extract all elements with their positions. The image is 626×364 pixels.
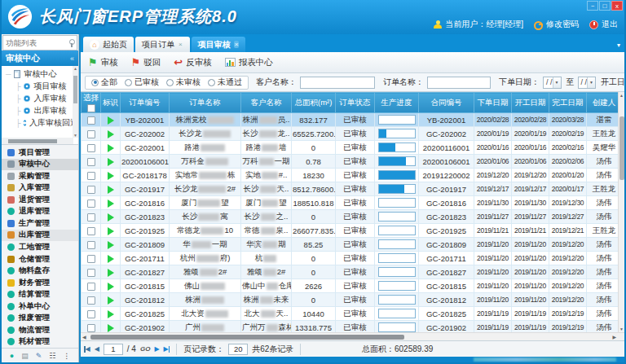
scrollbar-thumb[interactable] (73, 76, 77, 103)
row-checkbox[interactable] (87, 144, 95, 152)
scroll-left-icon[interactable]: ◀ (82, 334, 86, 340)
tab-close-icon[interactable]: × (234, 41, 240, 48)
scroll-up-icon[interactable]: ▲ (73, 66, 78, 71)
table-row[interactable]: GC-201812株洲株洲未来0已审核GC-2018122019/11/2020… (82, 293, 622, 307)
status-radio[interactable]: 全部 (91, 77, 117, 88)
maximize-button[interactable]: □ (599, 1, 611, 11)
status-radio[interactable]: 未通过 (208, 77, 242, 88)
last-page-button[interactable]: ▶ (164, 345, 170, 353)
page-number-input[interactable] (104, 344, 123, 355)
order-name-input[interactable] (427, 77, 491, 89)
row-checkbox[interactable] (87, 241, 95, 249)
row-checkbox[interactable] (87, 200, 95, 208)
sidebar-module[interactable]: 物流管理 (2, 324, 78, 336)
order-date-end-input[interactable]: / / ▼ (578, 77, 597, 89)
sidebar-module[interactable]: 补单中心 (2, 300, 78, 313)
scrollbar-thumb[interactable] (90, 335, 404, 340)
row-checkbox[interactable] (87, 130, 95, 138)
close-button[interactable]: x (611, 1, 623, 11)
table-row[interactable]: GC-202002长沙龙长沙龙..65525.7200..已审核GC-20200… (82, 127, 622, 141)
tree-vertical-scrollbar[interactable]: ▲ ▼ (73, 66, 78, 138)
table-row[interactable]: GC-201711杭州府)杭0已审核GC-2017112019/11/20201… (82, 252, 622, 265)
row-checkbox[interactable] (87, 186, 95, 194)
scroll-up-icon[interactable]: ▲ (619, 93, 624, 98)
chevron-down-icon[interactable]: ▼ (553, 77, 561, 88)
row-checkbox[interactable] (87, 116, 95, 125)
order-date-input[interactable]: / / ▼ (543, 77, 562, 89)
column-header[interactable]: 订单编号 (121, 93, 170, 113)
tree-item[interactable]: ├项目审核 (2, 80, 78, 92)
table-row[interactable]: GC-201816厦门望厦门望188510.818已审核GC-201816201… (82, 196, 622, 210)
sidebar-module[interactable]: 采购管理 (2, 170, 78, 182)
tab-item[interactable]: 项目订单× (135, 37, 190, 52)
sidebar-module[interactable]: 仓储管理 (2, 253, 78, 265)
minimize-button[interactable]: － (587, 1, 598, 11)
sidebar-module[interactable]: 生产管理 (2, 217, 78, 230)
table-row[interactable]: GC-201825北大资北大天..10440已审核GC-2018252019/1… (82, 307, 622, 321)
row-checkbox[interactable] (87, 158, 95, 166)
column-header[interactable]: 总面积(m²) (292, 93, 336, 113)
table-row[interactable]: GC-201827雅颂2#雅颂2#0已审核GC-2018272019/11/20… (82, 265, 622, 279)
select-all-checkbox[interactable] (87, 104, 95, 112)
sidebar-module[interactable]: 退库管理 (2, 206, 78, 218)
row-checkbox[interactable] (87, 172, 95, 180)
tree-item[interactable]: ├入库审核回退 (2, 116, 78, 129)
row-checkbox[interactable] (87, 283, 95, 291)
logout-button[interactable]: 退出 (589, 19, 618, 30)
row-checkbox[interactable] (87, 296, 95, 305)
scrollbar-thumb[interactable] (619, 116, 624, 180)
column-header[interactable]: 完工日期 (549, 93, 587, 113)
grid-icon[interactable]: ▤ (21, 352, 29, 360)
table-row[interactable]: GC-202001路港路港墙0已审核202001160012020/01/162… (82, 141, 622, 155)
collapse-icon[interactable]: « (70, 55, 74, 63)
scroll-down-icon[interactable]: ▼ (73, 133, 78, 138)
unapprove-button[interactable]: ↩反审核 (174, 57, 211, 68)
column-header[interactable]: 生产进度 (375, 93, 419, 113)
tab-item[interactable]: ⌂起始页 (83, 37, 134, 52)
scroll-right-icon[interactable]: ▶ (612, 334, 616, 340)
column-header[interactable]: 合同编号 (419, 93, 474, 113)
report-center-button[interactable]: 报表中心 (225, 57, 273, 68)
row-checkbox[interactable] (87, 255, 95, 263)
column-header[interactable]: 开工日期 (512, 93, 549, 113)
row-checkbox[interactable] (87, 227, 95, 235)
table-vertical-scrollbar[interactable]: ▲ ▼ (618, 92, 624, 332)
tree-item[interactable]: ├入库审核 (2, 92, 78, 104)
sidebar-module[interactable]: 结算管理 (2, 288, 78, 300)
table-row[interactable]: GC-201925常德龙10常德泉..266077.835..已审核GC-201… (82, 224, 622, 238)
table-row[interactable]: YB-202001株洲党校株洲员..832.177已审核YB-202001202… (82, 113, 622, 127)
table-row[interactable]: GC-201917长沙龙2#长沙天..8512.78600..已审核GC-201… (82, 182, 622, 196)
column-header[interactable]: 订单状态 (336, 93, 375, 113)
table-row[interactable]: GC-201823长沙寓长沙之..0已审核GC-2018232019/11/27… (82, 210, 622, 224)
sidebar-module[interactable]: 物料盘存 (2, 265, 78, 277)
pin-icon[interactable] (68, 39, 74, 47)
sidebar-module[interactable]: 退货管理 (2, 194, 78, 206)
tree-horizontal-scrollbar[interactable] (2, 138, 73, 144)
table-row[interactable]: GC-201815佛山佛山中仓库2626已审核GC-2018152019/11/… (82, 279, 622, 293)
more-icon[interactable]: ⋮ (63, 352, 70, 360)
chevron-down-icon[interactable]: ▼ (587, 77, 595, 88)
go-button[interactable]: GO (140, 345, 150, 353)
table-horizontal-scrollbar[interactable]: ◀ ▶ (81, 332, 624, 340)
table-row[interactable]: GC-2018178实地常栋实地#..18230已审核2019122000220… (82, 169, 622, 182)
approve-button[interactable]: ⚑审核 (88, 57, 118, 68)
person-icon[interactable]: ☷ (49, 352, 55, 360)
tree-root[interactable]: ─ 审核中心 (2, 68, 78, 80)
scrollbar-thumb[interactable] (8, 139, 57, 143)
row-checkbox[interactable] (87, 324, 95, 332)
table-row[interactable]: GC-201902广州广州万森林13318.775已审核GC-201902201… (82, 321, 622, 332)
sidebar-module[interactable]: 入库管理 (2, 182, 78, 195)
reject-button[interactable]: ⚑驳回 (131, 57, 161, 68)
sidebar-module[interactable]: 耗材管理 (2, 336, 78, 349)
tab-overflow-caret-icon[interactable]: ▾ (617, 42, 620, 49)
page-size-input[interactable] (228, 344, 248, 355)
sidebar-module[interactable]: 报废管理 (2, 312, 78, 324)
tree-item[interactable]: ├出库审核 (2, 104, 78, 116)
status-radio[interactable]: 已审核 (125, 77, 159, 88)
sidebar-module[interactable]: 出库管理 (2, 230, 78, 242)
table-row[interactable]: 20200106001万科金万科一期0.78已审核202001060012020… (82, 155, 622, 169)
sidebar-module[interactable]: 审核中心 (2, 159, 78, 171)
row-checkbox[interactable] (87, 269, 95, 277)
pencil-icon[interactable]: ✎ (36, 352, 42, 360)
column-header[interactable]: 订单名称 (170, 93, 241, 113)
